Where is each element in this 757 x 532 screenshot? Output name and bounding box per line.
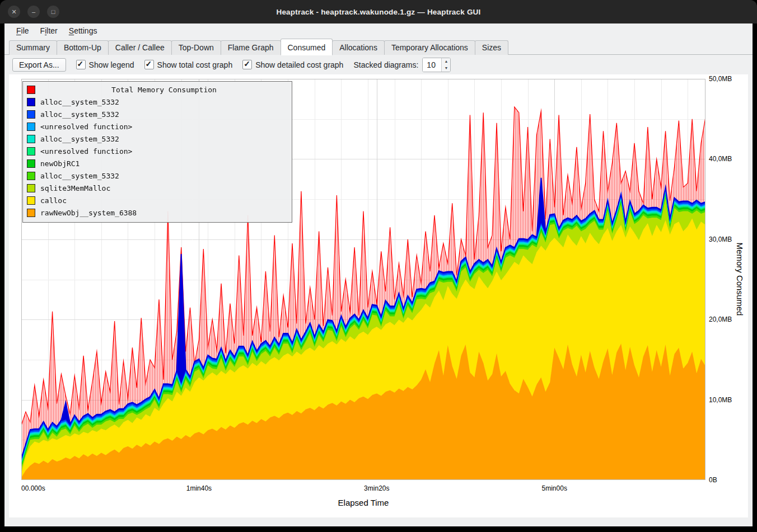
menu-settings[interactable]: Settings <box>64 25 102 36</box>
stacked-diagrams-control: Stacked diagrams: ▲ ▼ <box>353 58 451 72</box>
legend-row: <unresolved function> <box>27 120 288 133</box>
legend-swatch-icon <box>27 172 35 180</box>
legend-row: newObjRC1 <box>27 157 288 170</box>
legend-row: Total Memory Consumption <box>27 83 288 96</box>
legend-label: alloc__system_5332 <box>40 110 119 119</box>
tab-top-down[interactable]: Top-Down <box>171 40 221 55</box>
legend-row: alloc__system_5332 <box>27 96 288 108</box>
tab-temporary-allocations[interactable]: Temporary Allocations <box>384 40 475 55</box>
legend-swatch-icon <box>27 110 35 119</box>
legend-row: rawNewObj__system_6388 <box>27 206 288 219</box>
checkbox-show-legend[interactable]: Show legend <box>76 60 134 69</box>
legend-label: newObjRC1 <box>40 159 80 168</box>
legend-swatch-icon <box>27 147 35 156</box>
legend-row: alloc__system_5332 <box>27 133 288 145</box>
export-as-button[interactable]: Export As... <box>12 58 66 72</box>
stacked-diagrams-label: Stacked diagrams: <box>353 60 418 69</box>
checkbox-icon[interactable] <box>144 60 154 69</box>
y-tick-label: 20,0MB <box>709 316 732 323</box>
checkbox-group: Show legendShow total cost graphShow det… <box>76 60 344 69</box>
stacked-diagrams-input[interactable] <box>423 58 441 72</box>
spinbox-up-icon[interactable]: ▲ <box>442 58 450 65</box>
x-tick-label: 5min00s <box>542 484 567 492</box>
x-tick-label: 3min20s <box>364 484 389 492</box>
legend-swatch-icon <box>27 135 35 143</box>
tab-caller-callee[interactable]: Caller / Callee <box>108 40 172 55</box>
tab-bottom-up[interactable]: Bottom-Up <box>57 40 109 55</box>
legend-label: <unresolved function> <box>40 147 132 156</box>
y-tick-label: 50,0MB <box>709 75 732 83</box>
legend-label: calloc <box>40 196 67 205</box>
y-tick-label: 30,0MB <box>709 236 732 243</box>
close-button-icon[interactable]: ✕ <box>8 6 20 18</box>
legend-label: alloc__system_5332 <box>40 98 119 106</box>
menubar: FileFilterSettings <box>4 23 753 38</box>
tab-bar: SummaryBottom-UpCaller / CalleeTop-DownF… <box>4 38 753 55</box>
y-axis-title: Memory Consumed <box>735 243 745 316</box>
checkbox-show-total-cost-graph[interactable]: Show total cost graph <box>144 60 233 69</box>
app-window: ✕–□ Heaptrack - heaptrack.wakunode.1.gz … <box>0 0 757 532</box>
tab-sizes[interactable]: Sizes <box>475 40 508 55</box>
legend-swatch-icon <box>27 196 35 205</box>
legend-swatch-icon <box>27 98 35 106</box>
y-tick-label: 10,0MB <box>709 396 732 404</box>
tab-allocations[interactable]: Allocations <box>332 40 385 55</box>
legend-swatch-icon <box>27 123 35 131</box>
checkbox-label: Show total cost graph <box>157 60 233 69</box>
checkbox-icon[interactable] <box>242 60 252 69</box>
legend-label: alloc__system_5332 <box>40 135 119 143</box>
legend-label: rawNewObj__system_6388 <box>40 209 137 217</box>
memory-chart-panel: Total Memory Consumptionalloc__system_53… <box>9 74 748 517</box>
legend-row: calloc <box>27 194 288 206</box>
legend-label: Total Memory Consumption <box>40 86 288 94</box>
legend-swatch-icon <box>27 184 35 192</box>
legend-row: alloc__system_5332 <box>27 108 288 120</box>
checkbox-label: Show detailed cost graph <box>255 60 343 69</box>
legend-swatch-icon <box>27 209 35 217</box>
minimize-button-icon[interactable]: – <box>27 6 40 18</box>
window-title: Heaptrack - heaptrack.wakunode.1.gz — He… <box>276 8 480 16</box>
tab-flame-graph[interactable]: Flame Graph <box>221 40 281 55</box>
menu-filter[interactable]: Filter <box>35 25 63 36</box>
legend-label: alloc__system_5332 <box>40 172 119 180</box>
menu-file[interactable]: File <box>11 25 34 36</box>
tab-consumed[interactable]: Consumed <box>281 39 333 55</box>
legend-swatch-icon <box>27 86 35 94</box>
legend-row: sqlite3MemMalloc <box>27 182 288 194</box>
checkbox-label: Show legend <box>89 60 134 69</box>
legend-label: sqlite3MemMalloc <box>40 184 110 192</box>
legend-row: <unresolved function> <box>27 145 288 157</box>
x-axis-title: Elapsed Time <box>21 498 705 507</box>
legend-swatch-icon <box>27 159 35 168</box>
chart-legend: Total Memory Consumptionalloc__system_53… <box>22 81 292 223</box>
stacked-diagrams-spinbox: ▲ ▼ <box>422 58 451 72</box>
x-tick-label: 00.000s <box>21 484 45 492</box>
checkbox-icon[interactable] <box>76 60 86 69</box>
titlebar: ✕–□ Heaptrack - heaptrack.wakunode.1.gz … <box>0 0 757 23</box>
maximize-button-icon[interactable]: □ <box>47 6 59 18</box>
spinbox-arrows: ▲ ▼ <box>441 58 450 72</box>
toolbar: Export As... Show legendShow total cost … <box>4 55 753 74</box>
y-tick-label: 40,0MB <box>709 155 732 163</box>
x-tick-label: 1min40s <box>186 484 212 492</box>
tab-summary[interactable]: Summary <box>9 40 57 55</box>
legend-row: alloc__system_5332 <box>27 170 288 182</box>
legend-label: <unresolved function> <box>40 123 132 131</box>
window-controls: ✕–□ <box>8 0 59 23</box>
spinbox-down-icon[interactable]: ▼ <box>442 65 450 72</box>
y-tick-label: 0B <box>709 476 717 484</box>
window-content: FileFilterSettings SummaryBottom-UpCalle… <box>4 23 753 526</box>
checkbox-show-detailed-cost-graph[interactable]: Show detailed cost graph <box>242 60 343 69</box>
